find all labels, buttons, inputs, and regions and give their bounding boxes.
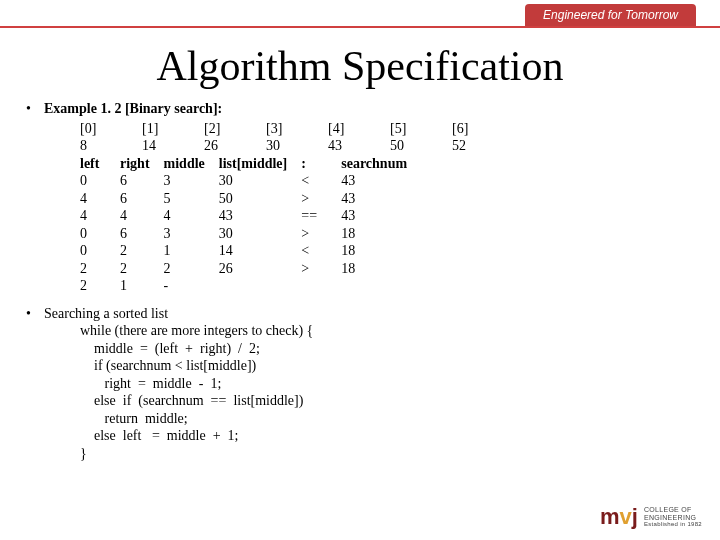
- pseudo-heading: Searching a sorted list: [44, 305, 694, 323]
- trace-row: 22226>18: [80, 260, 421, 278]
- idx-cell: [5]: [390, 120, 452, 138]
- th-listmid: list[middle]: [219, 155, 301, 173]
- idx-cell: [6]: [452, 120, 514, 138]
- val-cell: 14: [142, 137, 204, 155]
- bullet-dot: •: [26, 100, 44, 295]
- val-cell: 8: [80, 137, 142, 155]
- idx-cell: [4]: [328, 120, 390, 138]
- val-cell: 50: [390, 137, 452, 155]
- trace-row: 44443==43: [80, 207, 421, 225]
- bullet-pseudocode: • Searching a sorted list while (there a…: [26, 305, 694, 463]
- idx-cell: [3]: [266, 120, 328, 138]
- val-cell: 26: [204, 137, 266, 155]
- idx-cell: [1]: [142, 120, 204, 138]
- logo-mark: mvj: [600, 504, 638, 530]
- pseudo-code: while (there are more integers to check)…: [80, 322, 694, 462]
- trace-row: 21-: [80, 277, 421, 295]
- array-table: [0] [1] [2] [3] [4] [5] [6] 8 14 26 30 4…: [80, 120, 514, 155]
- idx-cell: [0]: [80, 120, 142, 138]
- bullet-example: • Example 1. 2 [Binary search]: [0] [1] …: [26, 100, 694, 295]
- college-logo: mvj COLLEGE OF ENGINEERING Established i…: [600, 504, 702, 530]
- th-middle: middle: [164, 155, 219, 173]
- th-left: left: [80, 155, 120, 173]
- trace-row: 02114<18: [80, 242, 421, 260]
- trace-header-row: left right middle list[middle] : searchn…: [80, 155, 421, 173]
- trace-table: left right middle list[middle] : searchn…: [80, 155, 421, 295]
- bullet-dot: •: [26, 305, 44, 463]
- th-cmp: :: [301, 155, 341, 173]
- logo-text: COLLEGE OF ENGINEERING Established in 19…: [644, 506, 702, 528]
- idx-cell: [2]: [204, 120, 266, 138]
- example-label: Example 1. 2 [Binary search]:: [44, 100, 694, 118]
- trace-row: 06330>18: [80, 225, 421, 243]
- th-right: right: [120, 155, 164, 173]
- page-title: Algorithm Specification: [0, 42, 720, 90]
- top-bar: Engineered for Tomorrow: [0, 0, 720, 28]
- val-cell: 43: [328, 137, 390, 155]
- value-row: 8 14 26 30 43 50 52: [80, 137, 514, 155]
- th-searchnum: searchnum: [341, 155, 421, 173]
- val-cell: 52: [452, 137, 514, 155]
- trace-row: 46550>43: [80, 190, 421, 208]
- index-row: [0] [1] [2] [3] [4] [5] [6]: [80, 120, 514, 138]
- val-cell: 30: [266, 137, 328, 155]
- trace-row: 06330<43: [80, 172, 421, 190]
- slide-content: • Example 1. 2 [Binary search]: [0] [1] …: [0, 100, 720, 462]
- tagline-badge: Engineered for Tomorrow: [525, 4, 696, 26]
